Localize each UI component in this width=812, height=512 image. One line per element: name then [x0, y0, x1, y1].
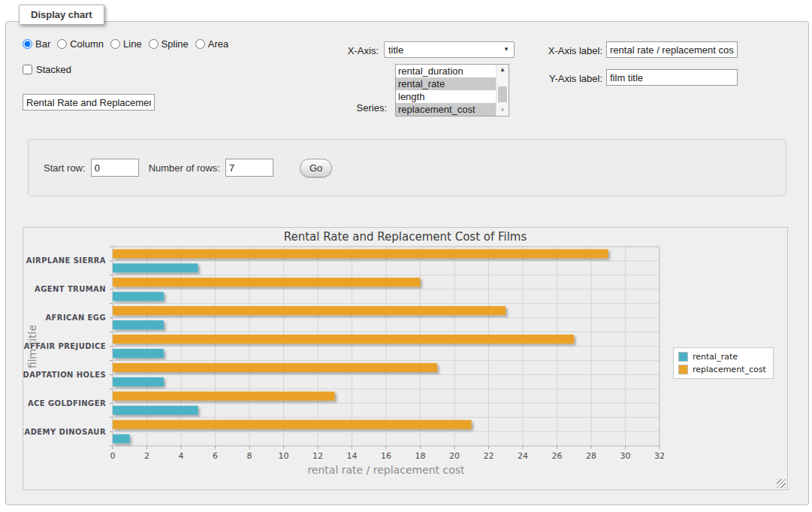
x-axis-label-field-label: X-Axis label: — [523, 45, 602, 56]
legend-swatch-icon — [678, 352, 688, 362]
svg-text:AFRICAN EGG: AFRICAN EGG — [45, 314, 106, 322]
chart-y-axis-label: film title — [26, 298, 37, 395]
chart-type-radio-column[interactable]: Column — [57, 38, 104, 50]
resize-handle[interactable] — [777, 479, 786, 488]
svg-text:32: 32 — [654, 451, 665, 461]
chart-type-radio-area[interactable]: Area — [195, 38, 228, 50]
num-rows-input[interactable] — [225, 159, 273, 177]
radio-label: Column — [70, 38, 104, 50]
chart-type-radio-spline[interactable]: Spline — [149, 38, 189, 50]
series-option-replacement_cost[interactable]: replacement_cost — [396, 103, 509, 116]
stacked-label: Stacked — [36, 64, 71, 75]
scroll-down-icon[interactable]: ▼ — [497, 105, 509, 116]
display-chart-panel: BarColumnLineSplineArea Stacked X-Axis: … — [5, 21, 809, 505]
y-axis-label-field-label: Y-Axis label: — [523, 73, 602, 84]
chart-x-axis-label: rental rate / replacement cost — [113, 464, 660, 476]
scroll-up-icon[interactable]: ▲ — [497, 65, 509, 75]
chart-type-radio-bar[interactable]: Bar — [23, 38, 50, 50]
x-axis-field-label: X-Axis: — [291, 45, 379, 56]
stacked-option[interactable]: Stacked — [23, 64, 71, 75]
radio-label: Spline — [161, 38, 189, 50]
rows-panel: Start row: Number of rows: Go — [28, 139, 786, 196]
dropdown-arrow-icon: ▼ — [503, 46, 509, 53]
legend-label: replacement_cost — [693, 365, 766, 374]
radio-label: Area — [208, 38, 228, 50]
chart-type-radio-line[interactable]: Line — [110, 38, 142, 50]
svg-text:12: 12 — [312, 451, 323, 461]
series-field-label: Series: — [306, 102, 387, 114]
svg-text:AGENT TRUMAN: AGENT TRUMAN — [35, 285, 106, 293]
radio-input[interactable] — [110, 39, 120, 49]
series-option-length[interactable]: length — [396, 90, 509, 103]
svg-text:ACE GOLDFINGER: ACE GOLDFINGER — [28, 399, 106, 407]
stacked-checkbox[interactable] — [23, 65, 32, 74]
start-row-input[interactable] — [91, 159, 139, 177]
legend-label: rental_rate — [693, 352, 738, 362]
svg-text:22: 22 — [484, 451, 494, 461]
svg-text:16: 16 — [381, 451, 391, 461]
series-options: rental_durationrental_ratelengthreplacem… — [396, 65, 509, 116]
x-axis-select[interactable]: title ▼ — [384, 41, 515, 58]
radio-input[interactable] — [149, 39, 158, 49]
x-axis-selected-value: title — [388, 44, 403, 56]
y-axis-label-input[interactable] — [606, 69, 738, 86]
panel-legend-text: Display chart — [31, 9, 92, 20]
radio-label: Line — [123, 38, 142, 50]
chart: Rental Rate and Replacement Cost of Film… — [23, 227, 788, 490]
radio-input[interactable] — [23, 39, 32, 49]
svg-text:0: 0 — [110, 451, 116, 461]
svg-text:24: 24 — [518, 451, 528, 461]
radio-input[interactable] — [57, 39, 67, 49]
go-button[interactable]: Go — [300, 159, 332, 177]
radio-input[interactable] — [195, 39, 205, 49]
series-option-rental_rate[interactable]: rental_rate — [396, 77, 509, 90]
svg-text:20: 20 — [449, 451, 460, 461]
page: Display chart BarColumnLineSplineArea St… — [0, 0, 812, 512]
series-listbox[interactable]: rental_durationrental_ratelengthreplacem… — [395, 64, 509, 117]
chart-legend: rental_ratereplacement_cost — [673, 347, 774, 379]
svg-text:AIRPLANE SIERRA: AIRPLANE SIERRA — [26, 256, 106, 265]
svg-text:6: 6 — [213, 451, 218, 461]
panel-legend: Display chart — [19, 5, 104, 25]
svg-text:8: 8 — [247, 451, 252, 461]
svg-text:14: 14 — [347, 451, 358, 461]
legend-entry-replacement_cost: replacement_cost — [678, 365, 766, 374]
chart-type-radio-group: BarColumnLineSplineArea — [23, 38, 228, 50]
radio-label: Bar — [35, 38, 50, 50]
svg-text:4: 4 — [179, 451, 184, 461]
svg-text:18: 18 — [415, 451, 426, 461]
svg-text:30: 30 — [620, 451, 631, 461]
svg-text:26: 26 — [552, 451, 563, 461]
chart-title-input[interactable] — [23, 94, 155, 111]
svg-text:2: 2 — [144, 451, 149, 461]
svg-text:28: 28 — [586, 451, 596, 461]
scrollbar-thumb[interactable] — [498, 86, 507, 102]
legend-entry-rental_rate: rental_rate — [678, 352, 766, 362]
x-axis-label-input[interactable] — [606, 41, 738, 58]
svg-text:ACADEMY DINOSAUR: ACADEMY DINOSAUR — [23, 428, 106, 436]
num-rows-label: Number of rows: — [149, 162, 220, 174]
legend-swatch-icon — [678, 365, 688, 374]
svg-text:10: 10 — [279, 451, 289, 461]
series-option-rental_duration[interactable]: rental_duration — [396, 65, 509, 77]
start-row-label: Start row: — [44, 162, 86, 174]
series-scrollbar[interactable]: ▲ ▼ — [496, 65, 509, 116]
